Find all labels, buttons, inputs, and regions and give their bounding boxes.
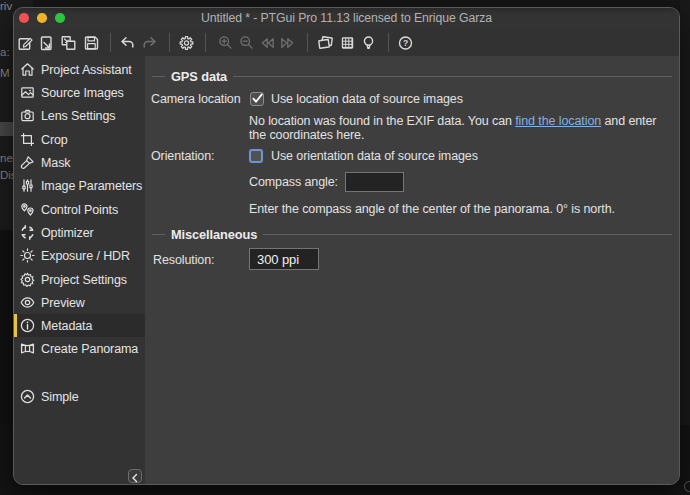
svg-text:?: ? xyxy=(402,37,407,47)
